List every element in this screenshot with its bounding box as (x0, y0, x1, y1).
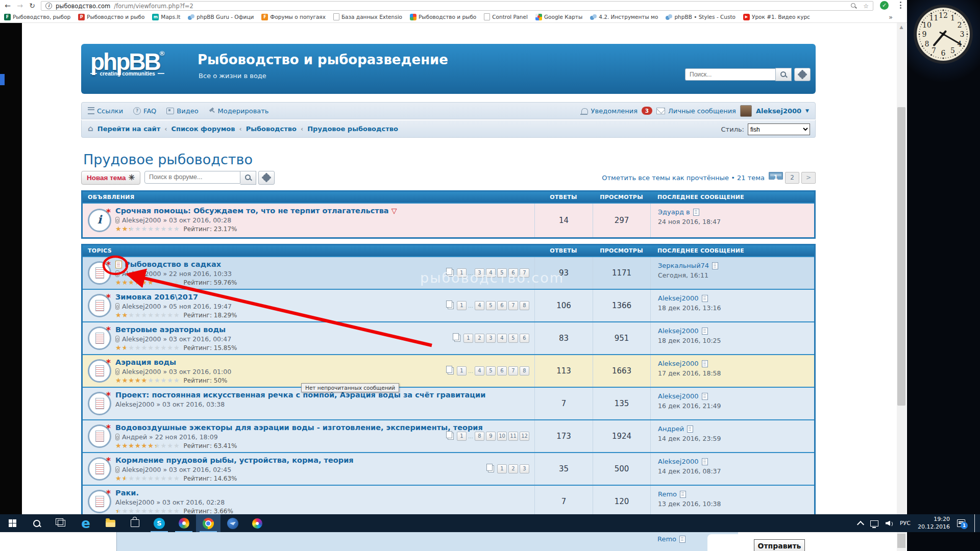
address-bar[interactable]: i рыбоводство.com/forum/viewforum.php?f=… (41, 1, 873, 11)
nav-faq[interactable]: ?FAQ (133, 107, 156, 115)
bookmark-item[interactable]: phpBB Guru - Офици (188, 14, 254, 20)
forum-search-input[interactable] (144, 171, 240, 184)
page-number-button[interactable]: 7 (508, 366, 518, 375)
breadcrumb-fishery[interactable]: Рыбоводство (246, 125, 297, 133)
last-post-user-link[interactable]: Зеркальный74 (658, 262, 709, 269)
style-select[interactable]: fish (748, 123, 810, 135)
page-number-button[interactable]: 5 (486, 301, 496, 310)
nav-moderate[interactable]: Модерировать (209, 107, 269, 115)
topic-title-link[interactable]: Кормление прудовой рыбы, устройства, кор… (115, 456, 354, 464)
edge-icon[interactable] (74, 514, 98, 532)
bookmark-item[interactable]: База данных Extensio (333, 13, 402, 20)
phpbb-logo[interactable]: phpBB® creating communities (90, 48, 164, 77)
store-icon[interactable] (122, 514, 147, 532)
show-desktop-divider[interactable] (974, 514, 975, 532)
task-view-icon[interactable] (49, 514, 74, 532)
private-messages-link[interactable]: Личные сообщения (656, 107, 736, 115)
page-number-button[interactable]: 6 (497, 301, 507, 310)
page-number-button[interactable]: 6 (520, 334, 529, 343)
last-post-user-link[interactable]: Эдуард в (658, 208, 690, 216)
bookmarks-overflow-icon[interactable]: » (889, 13, 907, 21)
bookmark-item[interactable]: phpBB • Styles - Custo (666, 14, 736, 20)
page-number-button[interactable]: 3 (486, 334, 496, 343)
goto-last-post-icon[interactable] (680, 491, 686, 498)
notifications-badge[interactable]: 3 (642, 107, 652, 115)
goto-last-post-icon[interactable] (702, 458, 708, 465)
tray-chevron-icon[interactable] (857, 520, 864, 528)
goto-first-unread-icon[interactable] (115, 261, 122, 268)
last-post-user-link[interactable]: Андрей (658, 425, 684, 433)
breadcrumb-home[interactable]: Перейти на сайт (97, 125, 161, 133)
header-search-settings-button[interactable] (794, 68, 811, 81)
bookmark-item[interactable]: ▶Урок #1. Видео курс (743, 14, 810, 20)
page-number-button[interactable]: 10 (497, 432, 507, 441)
scroll-up-icon[interactable]: ▲ (897, 23, 906, 32)
bookmark-item[interactable]: Control Panel (484, 13, 528, 20)
topic-title-link[interactable]: Проект: постоянная искусственная речка с… (115, 391, 485, 399)
thunderbird-icon[interactable] (220, 514, 245, 532)
forum-title[interactable]: Рыбоводство и рыборазведение (198, 52, 448, 67)
page-number-button[interactable]: 8 (520, 366, 529, 375)
notifications-link[interactable]: Уведомления (581, 107, 638, 115)
topic-title-link[interactable]: Срочная помощь: Обсуждаем то, что не тер… (115, 207, 389, 215)
mark-read-link[interactable]: Отметить все темы как прочтённые • 21 те… (602, 174, 765, 182)
page-number-button[interactable]: 2 (508, 464, 518, 473)
bookmark-item[interactable]: РРыбоводство и рыбо (78, 14, 144, 20)
topic-title-link[interactable]: Раки. (115, 489, 139, 497)
file-explorer-icon[interactable] (98, 514, 122, 532)
scrollbar[interactable]: ▲ (897, 23, 906, 514)
topic-title-link[interactable]: Рыбоводство в садках (125, 260, 221, 268)
page-number-button[interactable]: 9 (486, 432, 496, 441)
goto-last-post-icon[interactable] (679, 536, 685, 543)
page-number-button[interactable]: 4 (475, 301, 484, 310)
chrome-icon[interactable] (196, 514, 220, 532)
page-number-button[interactable]: 11 (508, 432, 518, 441)
topic-title-link[interactable]: Аэрация воды (115, 358, 176, 366)
zoom-icon[interactable] (851, 3, 857, 9)
last-post-user-link[interactable]: Aleksej2000 (658, 327, 699, 335)
paint-icon[interactable] (172, 514, 196, 532)
forum-search-button[interactable] (240, 171, 256, 185)
page-number-button[interactable]: 1 (457, 432, 467, 441)
goto-last-post-icon[interactable] (702, 328, 708, 335)
page-number-button[interactable]: 3 (520, 464, 529, 473)
goto-last-post-icon[interactable] (702, 393, 708, 400)
bookmark-item[interactable]: Google Карты (535, 14, 582, 20)
page-number-button[interactable]: 1 (497, 464, 507, 473)
page-number-button[interactable]: 8 (475, 432, 484, 441)
last-post-user-link[interactable]: Aleksej2000 (658, 360, 699, 367)
last-post-user-link[interactable]: Remo (657, 535, 676, 543)
scrollbar-fragment[interactable] (897, 532, 906, 551)
page-number-button[interactable]: 12 (520, 432, 529, 441)
breadcrumb-forums[interactable]: Список форумов (171, 125, 235, 133)
topic-title-link[interactable]: Водовоздушные эжекторы для аэрации воды … (115, 423, 483, 432)
topic-title-link[interactable]: Зимовка 2016\2017 (115, 293, 198, 301)
page-number-button[interactable]: 1 (457, 366, 467, 375)
new-topic-button[interactable]: Новая тема✳ (81, 171, 140, 185)
goto-last-post-icon[interactable] (687, 425, 693, 433)
breadcrumb-current[interactable]: Прудовое рыбоводство (307, 125, 398, 133)
forum-search-settings-button[interactable] (258, 171, 275, 185)
bookmark-star-icon[interactable]: ☆ (863, 3, 869, 9)
speaker-icon[interactable] (886, 520, 893, 527)
last-post-user-link[interactable]: Aleksej2000 (658, 294, 699, 302)
action-center-icon[interactable]: 1 (957, 519, 965, 527)
goto-last-post-icon[interactable] (712, 262, 718, 269)
last-post-user-link[interactable]: Remo (658, 490, 677, 498)
scrollbar-thumb[interactable] (897, 107, 905, 406)
topic-title-link[interactable]: Ветровые аэраторы воды (115, 325, 226, 334)
username-menu[interactable]: Aleksej2000 (756, 107, 801, 115)
last-post-user-link[interactable]: Aleksej2000 (658, 458, 699, 465)
page-number-button[interactable]: 4 (497, 334, 507, 343)
pagination-page-button[interactable]: 2 (785, 172, 799, 184)
back-icon[interactable]: ← (2, 0, 13, 11)
bookmark-item[interactable]: Рыбоводство и рыбо (410, 14, 476, 20)
reload-icon[interactable]: ↻ (27, 0, 38, 11)
page-number-button[interactable]: 5 (486, 366, 496, 375)
page-number-button[interactable]: 1 (457, 301, 467, 310)
avatar[interactable] (740, 105, 752, 117)
nav-links[interactable]: Ссылки (88, 107, 123, 115)
start-icon[interactable] (0, 514, 24, 532)
search-icon[interactable] (24, 514, 49, 532)
goto-last-post-icon[interactable] (702, 360, 708, 367)
